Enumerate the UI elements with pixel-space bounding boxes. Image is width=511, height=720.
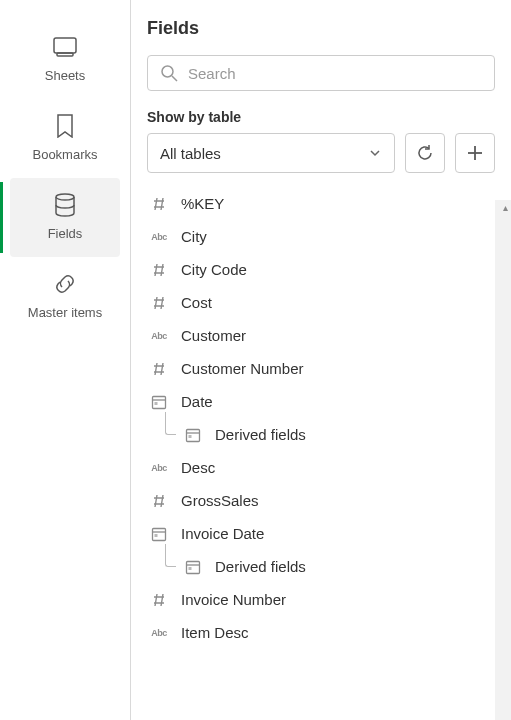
field-name: City <box>181 228 207 245</box>
chevron-down-icon <box>368 146 382 160</box>
svg-rect-1 <box>57 53 73 56</box>
field-row[interactable]: AbcCustomer <box>147 319 495 352</box>
panel-title: Fields <box>147 18 495 39</box>
field-name: Derived fields <box>215 558 306 575</box>
field-row[interactable]: Derived fields <box>147 418 495 451</box>
field-name: %KEY <box>181 195 224 212</box>
date-type-icon <box>181 559 205 575</box>
field-row[interactable]: Customer Number <box>147 352 495 385</box>
number-type-icon <box>147 262 171 278</box>
sidebar-item-master-items[interactable]: Master items <box>0 257 130 336</box>
field-list[interactable]: %KEYAbcCityCity CodeCostAbcCustomerCusto… <box>147 187 511 720</box>
sidebar-label: Sheets <box>45 68 85 83</box>
number-type-icon <box>147 493 171 509</box>
field-row[interactable]: Invoice Date <box>147 517 495 550</box>
number-type-icon <box>147 592 171 608</box>
field-name: Cost <box>181 294 212 311</box>
search-box[interactable] <box>147 55 495 91</box>
number-type-icon <box>147 295 171 311</box>
svg-rect-7 <box>153 396 166 408</box>
number-type-icon <box>147 361 171 377</box>
sidebar-label: Fields <box>48 226 83 241</box>
field-row[interactable]: Invoice Number <box>147 583 495 616</box>
field-name: Customer <box>181 327 246 344</box>
field-name: Date <box>181 393 213 410</box>
field-row[interactable]: Derived fields <box>147 550 495 583</box>
svg-line-4 <box>172 76 177 81</box>
bookmark-icon <box>52 113 78 139</box>
date-type-icon <box>147 394 171 410</box>
svg-rect-13 <box>153 528 166 540</box>
search-icon <box>160 64 178 82</box>
add-button[interactable] <box>455 133 495 173</box>
link-icon <box>52 271 78 297</box>
scroll-up-arrow[interactable]: ▴ <box>503 202 508 213</box>
dropdown-value: All tables <box>160 145 221 162</box>
field-name: Invoice Date <box>181 525 264 542</box>
database-icon <box>52 192 78 218</box>
field-name: Customer Number <box>181 360 304 377</box>
text-type-icon: Abc <box>147 232 171 242</box>
sheets-icon <box>52 34 78 60</box>
svg-rect-16 <box>187 561 200 573</box>
field-row[interactable]: AbcCity <box>147 220 495 253</box>
main-panel: Fields Show by table All tables %KEYAbcC… <box>131 0 511 720</box>
field-name: Item Desc <box>181 624 249 641</box>
sidebar: Sheets Bookmarks Fields Master items <box>0 0 131 720</box>
number-type-icon <box>147 196 171 212</box>
table-dropdown[interactable]: All tables <box>147 133 395 173</box>
svg-rect-0 <box>54 38 76 53</box>
search-input[interactable] <box>188 65 482 82</box>
sidebar-label: Master items <box>28 305 102 320</box>
controls-row: All tables <box>147 133 495 173</box>
text-type-icon: Abc <box>147 331 171 341</box>
field-name: Derived fields <box>215 426 306 443</box>
field-row[interactable]: City Code <box>147 253 495 286</box>
refresh-icon <box>415 143 435 163</box>
plus-icon <box>466 144 484 162</box>
text-type-icon: Abc <box>147 463 171 473</box>
field-row[interactable]: AbcItem Desc <box>147 616 495 649</box>
field-row[interactable]: Cost <box>147 286 495 319</box>
field-row[interactable]: %KEY <box>147 187 495 220</box>
text-type-icon: Abc <box>147 628 171 638</box>
field-row[interactable]: AbcDesc <box>147 451 495 484</box>
field-name: Invoice Number <box>181 591 286 608</box>
date-type-icon <box>181 427 205 443</box>
svg-rect-18 <box>189 567 192 570</box>
field-name: GrossSales <box>181 492 259 509</box>
svg-rect-15 <box>155 534 158 537</box>
sidebar-item-sheets[interactable]: Sheets <box>0 20 130 99</box>
svg-rect-9 <box>155 402 158 405</box>
date-type-icon <box>147 526 171 542</box>
sidebar-label: Bookmarks <box>32 147 97 162</box>
sidebar-item-bookmarks[interactable]: Bookmarks <box>0 99 130 178</box>
svg-point-2 <box>56 194 74 200</box>
field-name: City Code <box>181 261 247 278</box>
field-row[interactable]: GrossSales <box>147 484 495 517</box>
svg-rect-10 <box>187 429 200 441</box>
show-by-label: Show by table <box>147 109 495 125</box>
refresh-button[interactable] <box>405 133 445 173</box>
field-name: Desc <box>181 459 215 476</box>
svg-rect-12 <box>189 435 192 438</box>
scrollbar-track[interactable] <box>495 200 511 720</box>
field-row[interactable]: Date <box>147 385 495 418</box>
sidebar-item-fields[interactable]: Fields <box>10 178 120 257</box>
svg-point-3 <box>162 66 173 77</box>
